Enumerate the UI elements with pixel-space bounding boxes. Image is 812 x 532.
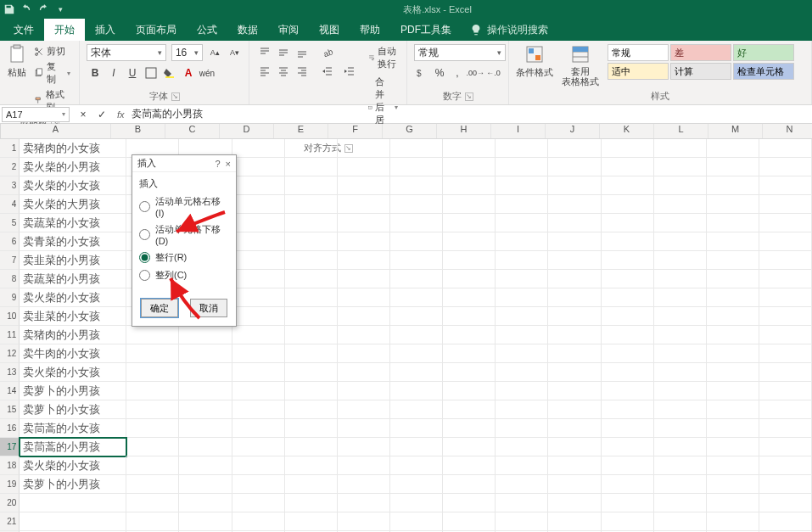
cell[interactable] — [390, 288, 443, 307]
bold-button[interactable]: B — [87, 64, 104, 81]
cell[interactable]: 卖韭菜的小女孩 — [20, 307, 126, 326]
cell[interactable] — [759, 363, 812, 382]
style-neutral[interactable]: 适中 — [608, 63, 669, 80]
cell[interactable]: 卖火柴的小女孩 — [20, 288, 126, 307]
cell[interactable] — [285, 419, 338, 438]
cell[interactable] — [602, 344, 654, 363]
cell[interactable] — [390, 176, 443, 195]
cell[interactable] — [285, 475, 338, 494]
cell[interactable] — [232, 438, 285, 456]
cell[interactable] — [759, 438, 812, 456]
decrease-font-icon[interactable]: A▾ — [227, 44, 242, 61]
cell[interactable] — [548, 214, 601, 232]
cell[interactable] — [707, 363, 759, 382]
cell[interactable] — [548, 344, 601, 363]
tab-help[interactable]: 帮助 — [350, 19, 390, 41]
cell[interactable] — [496, 232, 548, 251]
cell[interactable] — [232, 214, 285, 232]
cell[interactable] — [338, 419, 390, 438]
cell[interactable] — [338, 326, 390, 344]
tab-file[interactable]: 文件 — [3, 19, 44, 41]
cell[interactable] — [179, 382, 232, 400]
borders-button[interactable] — [143, 64, 160, 81]
cell[interactable] — [759, 139, 812, 158]
cell[interactable] — [759, 344, 812, 363]
row-header[interactable]: 10 — [0, 307, 20, 326]
cell[interactable] — [338, 214, 390, 232]
cell[interactable] — [443, 512, 496, 531]
cell[interactable] — [654, 158, 707, 176]
cell[interactable] — [338, 400, 390, 419]
comma-format-icon[interactable]: , — [450, 64, 466, 81]
cell[interactable] — [707, 195, 759, 214]
cell[interactable] — [390, 494, 443, 512]
column-header-M[interactable]: M — [708, 124, 763, 138]
qat-dropdown-icon[interactable]: ▾ — [54, 3, 66, 15]
cell[interactable] — [232, 232, 285, 251]
cell[interactable] — [285, 512, 338, 531]
cell[interactable] — [548, 158, 601, 176]
cell[interactable] — [548, 438, 601, 456]
cell[interactable] — [285, 214, 338, 232]
cell[interactable] — [285, 176, 338, 195]
cell[interactable] — [443, 475, 496, 494]
cell[interactable] — [232, 363, 285, 382]
cell[interactable]: 卖蔬菜的小女孩 — [20, 214, 126, 232]
row-header[interactable]: 4 — [0, 195, 20, 214]
cell[interactable] — [707, 438, 759, 456]
cell[interactable] — [602, 438, 654, 456]
cell[interactable] — [759, 195, 812, 214]
fx-icon[interactable]: fx — [117, 109, 125, 120]
column-header-G[interactable]: G — [383, 124, 437, 138]
cell[interactable] — [232, 139, 285, 158]
align-bottom-icon[interactable] — [294, 44, 311, 61]
cell[interactable] — [654, 288, 707, 307]
cell[interactable] — [232, 195, 285, 214]
dialog-help-icon[interactable]: ? — [215, 159, 220, 169]
font-color-button[interactable]: A — [180, 64, 197, 81]
row-header[interactable]: 1 — [0, 139, 20, 158]
cell[interactable] — [390, 139, 443, 158]
cell[interactable] — [390, 270, 443, 288]
cell[interactable] — [443, 400, 496, 419]
cell[interactable] — [759, 158, 812, 176]
row-header[interactable]: 21 — [0, 512, 20, 531]
dialog-cancel-button[interactable]: 取消 — [190, 299, 227, 317]
cell[interactable] — [338, 232, 390, 251]
cell[interactable] — [759, 232, 812, 251]
style-check-cell[interactable]: 检查单元格 — [733, 63, 794, 80]
column-header-A[interactable]: A — [1, 124, 111, 138]
column-header-N[interactable]: N — [763, 124, 812, 138]
cell[interactable] — [759, 270, 812, 288]
cell[interactable] — [654, 195, 707, 214]
cell[interactable] — [496, 251, 548, 270]
cell[interactable]: 卖火柴的小女孩 — [20, 363, 126, 382]
cell[interactable] — [496, 214, 548, 232]
cell[interactable] — [179, 326, 232, 344]
column-header-K[interactable]: K — [600, 124, 654, 138]
cell[interactable] — [390, 251, 443, 270]
cell[interactable] — [602, 139, 654, 158]
cell[interactable] — [338, 475, 390, 494]
cell[interactable] — [338, 438, 390, 456]
cell[interactable] — [285, 288, 338, 307]
cell[interactable] — [443, 344, 496, 363]
tab-pdf-tools[interactable]: PDF工具集 — [390, 19, 462, 41]
cell[interactable] — [232, 326, 285, 344]
cell[interactable] — [285, 195, 338, 214]
cell[interactable] — [126, 475, 179, 494]
name-box[interactable]: A17▾ — [2, 107, 70, 122]
cell[interactable] — [548, 382, 601, 400]
cell[interactable] — [285, 438, 338, 456]
cell[interactable] — [496, 158, 548, 176]
cell[interactable] — [602, 363, 654, 382]
font-name-combo[interactable]: 宋体▾ — [87, 44, 166, 61]
cell[interactable] — [443, 176, 496, 195]
cell[interactable]: 卖蔬菜的小男孩 — [20, 270, 126, 288]
cell[interactable] — [338, 344, 390, 363]
cell[interactable] — [602, 270, 654, 288]
cell[interactable] — [496, 326, 548, 344]
number-launcher-icon[interactable]: ↘ — [465, 92, 473, 101]
cell[interactable] — [496, 344, 548, 363]
cell[interactable] — [443, 251, 496, 270]
